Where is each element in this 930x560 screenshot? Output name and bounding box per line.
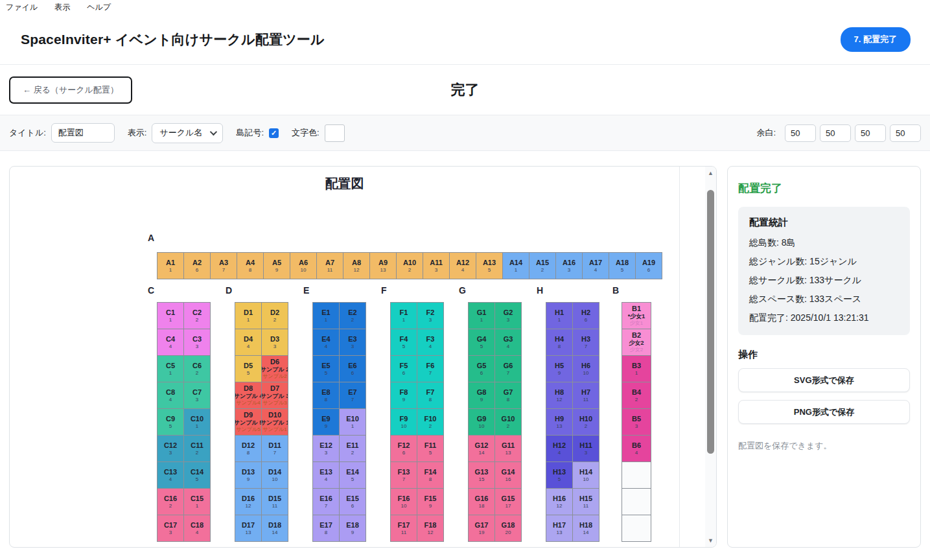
space-cell-D12: D128 xyxy=(235,436,261,461)
space-cell-D4: D44 xyxy=(235,329,261,355)
vertical-scrollbar[interactable]: ▲ ▼ xyxy=(705,167,716,547)
margin-top-input[interactable] xyxy=(785,124,816,142)
space-cell-G4: G45 xyxy=(469,329,494,355)
title-input[interactable] xyxy=(51,123,115,143)
space-cell-E14: E145 xyxy=(340,462,366,488)
menu-view[interactable]: 表示 xyxy=(54,2,70,13)
space-cell-A12: A124 xyxy=(450,253,476,279)
island-label-A: A xyxy=(148,233,154,243)
island-label-H: H xyxy=(537,285,543,296)
board-title: 配置図 xyxy=(10,175,679,192)
space-cell-H10: H102 xyxy=(573,409,599,435)
text-color-label: 文字色: xyxy=(292,127,320,139)
space-cell-E7: E77 xyxy=(340,382,366,408)
display-label: 表示: xyxy=(128,127,147,139)
space-cell-A18: A185 xyxy=(609,253,635,279)
island-label-C: C xyxy=(148,285,154,296)
space-cell-D9: D9サンプル 5サンプル5 xyxy=(235,409,261,435)
back-button[interactable]: ← 戻る（サークル配置） xyxy=(9,76,132,104)
space-cell-D8: D8サンプル 4サンプル4 xyxy=(235,382,261,408)
space-cell-A15: A152 xyxy=(529,253,555,279)
space-cell-F15: F159 xyxy=(417,489,443,515)
space-cell-A1: A11 xyxy=(157,253,183,279)
space-cell-D3: D33 xyxy=(262,329,288,355)
space-cell-H9: H913 xyxy=(546,409,572,435)
space-cell-D1: D11 xyxy=(235,303,261,329)
space-cell-G14: G1416 xyxy=(495,462,521,488)
space-cell-B3: B31 xyxy=(622,356,651,382)
panel-heading: 配置完了 xyxy=(738,181,910,196)
stat-total-circles: 総サークル数: 133サークル xyxy=(749,275,899,286)
island-B: BB1*少女1少女1B2少女2少女2B31B42B53B64 xyxy=(622,302,651,542)
menubar: ファイル 表示 ヘルプ xyxy=(0,0,930,14)
stats-title: 配置統計 xyxy=(749,216,899,229)
space-cell-A10: A102 xyxy=(397,253,423,279)
space-cell-E15: E156 xyxy=(340,489,366,515)
space-cell-G11: G1113 xyxy=(495,436,521,461)
space-cell-A4: A48 xyxy=(237,253,263,279)
space-cell-F4: F45 xyxy=(391,329,417,355)
toolbar: タイトル: 表示: サークル名 島記号: ✓ 文字色: 余白: xyxy=(0,115,930,151)
space-cell-D13: D139 xyxy=(235,462,261,488)
space-cell-B4: B42 xyxy=(622,382,651,408)
space-cell-E8: E88 xyxy=(313,382,339,408)
space-cell-F1: F11 xyxy=(391,303,417,329)
space-cell-H6: H610 xyxy=(573,356,599,382)
space-cell-E18: E189 xyxy=(340,515,366,541)
space-cell-B5: B53 xyxy=(622,409,651,435)
text-color-group: 文字色: xyxy=(292,124,345,142)
space-cell-F16: F1610 xyxy=(391,489,417,515)
space-cell-G8: G89 xyxy=(469,382,494,408)
display-group: 表示: サークル名 xyxy=(128,123,224,143)
space-cell-D18: D1814 xyxy=(262,515,288,541)
text-color-picker[interactable] xyxy=(325,124,345,142)
menu-help[interactable]: ヘルプ xyxy=(87,2,111,13)
margin-right-input[interactable] xyxy=(820,124,851,142)
space-cell-H11: H113 xyxy=(573,436,599,461)
island-label-B: B xyxy=(612,285,619,296)
scrollbar-thumb[interactable] xyxy=(707,190,714,454)
space-cell-H2: H26 xyxy=(573,303,599,329)
empty-space-cell xyxy=(622,489,651,515)
island-mark-label: 島記号: xyxy=(236,127,264,139)
main-content: 配置図 AA11A26A37A48A59A610A711A812A913A102… xyxy=(0,151,930,560)
island-G: GG11G23G45G34G56G67G89G78G910G102G1214G1… xyxy=(468,302,522,542)
scroll-up-icon[interactable]: ▲ xyxy=(705,168,716,178)
island-D: DD11D22D44D33D55D6サンプル 2サンプル2D8サンプル 4サンプ… xyxy=(235,302,288,542)
space-cell-G5: G56 xyxy=(469,356,494,382)
space-cell-A9: A913 xyxy=(370,253,396,279)
island-mark-checkbox[interactable]: ✓ xyxy=(269,128,279,138)
island-F: FF11F23F45F34F56F67F89F78F910F102F126F11… xyxy=(390,302,444,542)
space-cell-G2: G23 xyxy=(495,303,521,329)
space-cell-F9: F910 xyxy=(391,409,417,435)
save-svg-button[interactable]: SVG形式で保存 xyxy=(738,368,910,392)
scroll-down-icon[interactable]: ▼ xyxy=(705,535,716,546)
app-title: SpaceInviter+ イベント向けサークル配置ツール xyxy=(21,30,325,49)
space-cell-E16: E167 xyxy=(313,489,339,515)
space-cell-A17: A174 xyxy=(583,253,609,279)
space-cell-H13: H135 xyxy=(546,462,572,488)
layout-canvas[interactable]: 配置図 AA11A26A37A48A59A610A711A812A913A102… xyxy=(10,167,680,547)
space-cell-F7: F78 xyxy=(417,382,443,408)
space-cell-D16: D1612 xyxy=(235,489,261,515)
menu-file[interactable]: ファイル xyxy=(6,2,38,13)
step-complete-button[interactable]: 7. 配置完了 xyxy=(841,27,911,52)
space-cell-C13: C134 xyxy=(157,462,183,488)
display-select[interactable]: サークル名 xyxy=(152,123,223,143)
save-png-button[interactable]: PNG形式で保存 xyxy=(738,400,910,424)
margin-bottom-input[interactable] xyxy=(855,124,886,142)
space-cell-E9: E99 xyxy=(313,409,339,435)
space-cell-H7: H711 xyxy=(573,382,599,408)
margin-left-input[interactable] xyxy=(890,124,921,142)
space-cell-A3: A37 xyxy=(211,253,237,279)
space-cell-H16: H1612 xyxy=(546,489,572,515)
space-cell-C1: C11 xyxy=(157,303,183,329)
display-select-value: サークル名 xyxy=(159,127,202,139)
page-title: 完了 xyxy=(451,80,480,100)
space-cell-D2: D22 xyxy=(262,303,288,329)
space-cell-F6: F67 xyxy=(417,356,443,382)
space-cell-E10: E101 xyxy=(340,409,366,435)
space-cell-H18: H1814 xyxy=(573,515,599,541)
space-cell-G17: G1719 xyxy=(469,515,494,541)
space-cell-G1: G11 xyxy=(469,303,494,329)
